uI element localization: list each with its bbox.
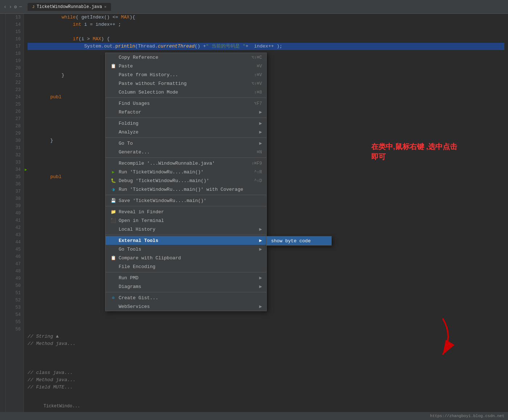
find-usages-shortcut: ⌥F7 (254, 101, 262, 106)
settings-icon[interactable]: ⚙ (14, 4, 17, 10)
debug-shortcut: ^⇧D (254, 178, 262, 184)
debug-label: Debug 'TicketWindowRu....main()' (119, 178, 247, 184)
menu-item-generate[interactable]: Generate... ⌘N (106, 148, 266, 156)
tab-close-icon[interactable]: ✕ (104, 4, 107, 9)
title-bar: ‹ › ⚙ — J TicketWindowRunnable.java ✕ (0, 0, 508, 14)
menu-item-goto[interactable]: Go To ▶ (106, 139, 266, 148)
minimize-icon[interactable]: — (19, 4, 22, 9)
menu-item-refactor[interactable]: Refactor ▶ (106, 108, 266, 116)
bottom-code-comments2: // class java... (28, 369, 73, 376)
folding-arrow: ▶ (259, 120, 262, 126)
submenu-show-byte-code[interactable]: show byte code (267, 236, 331, 245)
menu-item-file-encoding[interactable]: File Encoding (106, 262, 266, 271)
menu-item-compare-clipboard[interactable]: 📋 Compare with Clipboard (106, 254, 266, 262)
tab-ticket-window-runnable[interactable]: J TicketWindowRunnable.java ✕ (28, 3, 111, 11)
run-pmd-arrow: ▶ (259, 275, 262, 281)
open-terminal-label: Open in Terminal (119, 218, 262, 223)
code-line-13: while( getIndex() <= MAX){ (28, 14, 504, 21)
refactor-label: Refactor (119, 110, 256, 115)
menu-item-go-tools[interactable]: Go Tools ▶ (106, 245, 266, 254)
compare-clipboard-label: Compare with Clipboard (119, 255, 262, 261)
reveal-finder-icon: 📁 (110, 209, 116, 215)
code-line-15 (28, 28, 504, 36)
menu-item-webservices[interactable]: WebServices ▶ (106, 302, 266, 311)
menu-item-paste-no-format[interactable]: Paste without Formatting ⌥⇧⌘V (106, 79, 266, 88)
code-line-17: System.out.println(Thread.currentThread(… (28, 43, 504, 50)
menu-item-run-coverage[interactable]: ◑ Run 'TicketWindowRu....main()' with Co… (106, 185, 266, 194)
menu-item-local-history[interactable]: Local History ▶ (106, 225, 266, 234)
separator-5 (106, 195, 266, 195)
paste-no-format-label: Paste without Formatting (119, 81, 244, 86)
run-coverage-icon: ◑ (110, 187, 116, 192)
java-file-icon: J (32, 5, 34, 9)
paste-history-shortcut: ⇧⌘V (254, 72, 262, 78)
create-gist-label: Create Gist... (119, 295, 262, 301)
paste-icon: 📋 (110, 63, 116, 69)
recompile-shortcut: ⇧⌘F9 (251, 161, 262, 166)
menu-item-create-gist[interactable]: ⊙ Create Gist... (106, 293, 266, 302)
webservices-label: WebServices (119, 304, 256, 309)
menu-item-debug[interactable]: 🐛 Debug 'TicketWindowRu....main()' ^⇧D (106, 176, 266, 185)
menu-item-run-pmd[interactable]: Run PMD ▶ (106, 273, 266, 282)
run-shortcut: ^⇧R (254, 169, 262, 175)
reveal-finder-label: Reveal in Finder (119, 209, 262, 215)
menu-item-col-select[interactable]: Column Selection Mode ⇧⌘8 (106, 88, 266, 96)
left-gutter (0, 14, 6, 420)
menu-item-find-usages[interactable]: Find Usages ⌥F7 (106, 99, 266, 108)
open-terminal-icon: ⬛ (110, 218, 116, 223)
generate-label: Generate... (119, 149, 250, 155)
tab-label: TicketWindowRunnable.java (37, 4, 102, 9)
status-bar-filename: TicketWindo... (44, 403, 80, 410)
annotation-line1: 在类中,鼠标右键 ,选中点击 (371, 141, 457, 152)
external-tools-label: External Tools (119, 238, 256, 243)
menu-item-reveal-finder[interactable]: 📁 Reveal in Finder (106, 207, 266, 216)
nav-back-icon[interactable]: ‹ (4, 4, 7, 10)
separator-2 (106, 118, 266, 118)
paste-no-format-shortcut: ⌥⇧⌘V (251, 81, 262, 86)
separator-7 (106, 235, 266, 235)
code-line-16: if(i > MAX) { (28, 36, 504, 43)
col-select-shortcut: ⇧⌘8 (254, 90, 262, 95)
show-byte-code-label: show byte code (271, 238, 327, 244)
menu-item-paste-history[interactable]: Paste from History... ⇧⌘V (106, 70, 266, 79)
webservices-arrow: ▶ (259, 304, 262, 309)
line-numbers: 13 14 15 16 17 18 19 20 21 22 23 24 25 2… (6, 14, 24, 420)
window-controls: ‹ › ⚙ — (4, 4, 22, 10)
col-select-label: Column Selection Mode (119, 90, 247, 95)
local-history-arrow: ▶ (259, 226, 262, 232)
create-gist-icon: ⊙ (110, 295, 116, 301)
go-tools-arrow: ▶ (259, 246, 262, 252)
context-menu: Copy Reference ⌥⇧⌘C 📋 Paste ⌘V Paste fro… (105, 53, 267, 311)
menu-item-analyze[interactable]: Analyze ▶ (106, 128, 266, 136)
paste-history-label: Paste from History... (119, 72, 247, 78)
debug-icon: 🐛 (110, 178, 116, 184)
menu-item-recompile[interactable]: Recompile '...WindowRunnable.java' ⇧⌘F9 (106, 159, 266, 168)
menu-item-diagrams[interactable]: Diagrams ▶ (106, 282, 266, 291)
external-tools-arrow: ▶ (259, 238, 262, 243)
red-arrow (421, 315, 457, 362)
paste-shortcut: ⌘V (257, 63, 262, 69)
menu-item-open-terminal[interactable]: ⬛ Open in Terminal (106, 216, 266, 225)
separator-6 (106, 206, 266, 206)
recompile-label: Recompile '...WindowRunnable.java' (119, 161, 244, 166)
file-encoding-label: File Encoding (119, 264, 262, 269)
menu-item-copy-ref[interactable]: Copy Reference ⌥⇧⌘C (106, 53, 266, 62)
menu-item-run[interactable]: ▶ Run 'TicketWindowRu....main()' ^⇧R (106, 168, 266, 176)
menu-item-save[interactable]: 💾 Save 'TicketWindowRu....main()' (106, 196, 266, 205)
menu-item-external-tools[interactable]: External Tools ▶ show byte code (106, 236, 266, 245)
annotation-text: 在类中,鼠标右键 ,选中点击 即可 (371, 141, 457, 162)
save-icon: 💾 (110, 198, 116, 203)
bottom-status-bar: https://zhangboyi.blog.csdn.net (0, 412, 508, 420)
run-label: Run 'TicketWindowRu....main()' (119, 169, 247, 175)
separator-8 (106, 272, 266, 272)
analyze-label: Analyze (119, 129, 256, 135)
url-label: https://zhangboyi.blog.csdn.net (430, 414, 504, 418)
go-tools-label: Go Tools (119, 247, 256, 252)
menu-item-folding[interactable]: Folding ▶ (106, 119, 266, 128)
run-icon: ▶ (110, 169, 116, 175)
copy-ref-label: Copy Reference (119, 55, 244, 60)
run-pmd-label: Run PMD (119, 275, 256, 281)
nav-forward-icon[interactable]: › (9, 4, 12, 10)
menu-item-paste[interactable]: 📋 Paste ⌘V (106, 62, 266, 70)
folding-label: Folding (119, 121, 256, 126)
